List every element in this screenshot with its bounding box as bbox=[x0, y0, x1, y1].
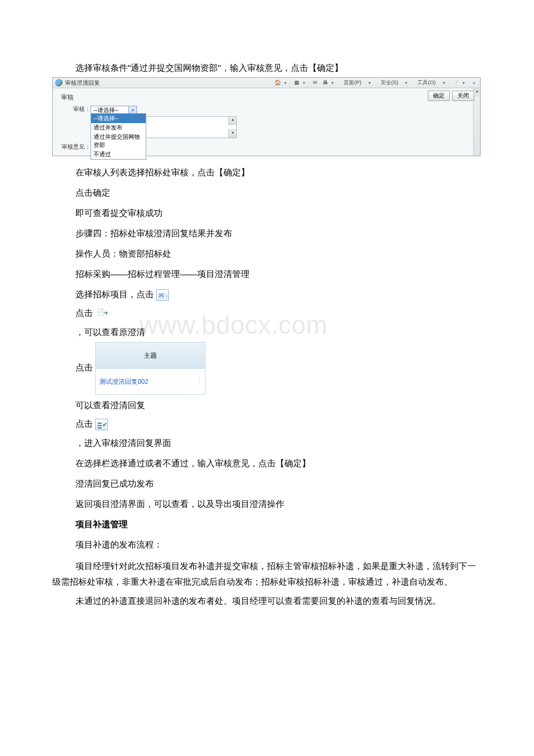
paragraph: 在选择栏选择通过或者不通过，输入审核意见，点击【确定】 bbox=[75, 453, 482, 473]
paragraph: ，进入审核澄清回复界面 bbox=[75, 433, 482, 453]
paragraph: 点击 bbox=[75, 304, 482, 322]
confirm-button[interactable]: 确定 bbox=[428, 91, 450, 101]
form-check-icon[interactable] bbox=[95, 419, 108, 430]
feed-icon[interactable]: ▦▾ bbox=[292, 80, 310, 85]
audit-select[interactable]: --请选择-- ▾ --请选择-- 通过并发布 通过并提交国网物资部 不通过 bbox=[91, 104, 137, 115]
tools-menu[interactable]: 工具(O) ▾ bbox=[413, 79, 450, 87]
print-icon[interactable]: 🖶▾ bbox=[320, 80, 338, 85]
paragraph: 未通过的补遗直接退回补遗的发布者处。项目经理可以查看需要回复的补遗的查看与回复情… bbox=[52, 593, 482, 609]
safety-menu[interactable]: 安全(S) ▾ bbox=[376, 79, 413, 87]
paragraph: 点击 bbox=[75, 415, 482, 433]
scroll-up-icon[interactable]: ▴ bbox=[228, 117, 236, 125]
section-title: 审核 bbox=[61, 93, 473, 102]
option-pass-submit[interactable]: 通过并提交国网物资部 bbox=[91, 132, 146, 150]
paragraph: 可以查看澄清回复 bbox=[75, 395, 482, 415]
option-reject[interactable]: 不通过 bbox=[91, 150, 146, 159]
option-pass-publish[interactable]: 通过并发布 bbox=[91, 123, 146, 132]
dialog-body: 审核 确定 关闭 审核： --请选择-- ▾ - bbox=[53, 88, 480, 156]
audit-label: 审核： bbox=[59, 104, 91, 113]
envelope-down-icon[interactable] bbox=[156, 289, 169, 301]
subject-header: 主题 bbox=[96, 343, 205, 369]
paragraph: 步骤四：招标处审核澄清回复结果并发布 bbox=[75, 223, 482, 243]
dialog-titlebar: 审核澄清回复 🏠▾ ▦▾ ✉ 🖶▾ 页面(P) ▾ 安全(S) ▾ 工具(O) … bbox=[53, 78, 480, 88]
paragraph: 返回项目澄清界面，可以查看，以及导出项目澄清操作 bbox=[75, 494, 482, 514]
paragraph: 即可查看提交审核成功 bbox=[75, 203, 482, 223]
audit-dialog-screenshot: 审核澄清回复 🏠▾ ▦▾ ✉ 🖶▾ 页面(P) ▾ 安全(S) ▾ 工具(O) … bbox=[52, 77, 481, 156]
intro-paragraph: 选择审核条件"通过并提交国网物资部"，输入审核意见，点击【确定】 bbox=[75, 61, 482, 75]
paragraph: ，可以查看原澄清 www.bdocx.com bbox=[75, 322, 482, 342]
paragraph: 选择招标项目，点击 bbox=[75, 284, 482, 304]
paragraph: 点击 主题 测试澄清回复002 bbox=[75, 342, 482, 395]
paragraph: 点击确定 bbox=[75, 182, 482, 203]
subject-link[interactable]: 测试澄清回复002 bbox=[99, 370, 148, 393]
paragraph: 在审核人列表选择招标处审核，点击【确定】 bbox=[75, 162, 482, 182]
col-divider bbox=[199, 377, 201, 386]
paragraph: 项目经理针对此次招标项目发布补遗并提交审核，招标主管审核招标补遗，如果是重大补遗… bbox=[52, 558, 482, 589]
ie-icon bbox=[55, 79, 63, 87]
dialog-title: 审核澄清回复 bbox=[65, 79, 100, 87]
page-scroll-up-icon[interactable]: ▴ bbox=[474, 88, 480, 96]
paragraph: 招标采购——招标过程管理——项目澄清管理 bbox=[75, 264, 482, 284]
select-options[interactable]: --请选择-- 通过并发布 通过并提交国网物资部 不通过 bbox=[91, 113, 146, 160]
expand-icon[interactable]: » bbox=[470, 80, 478, 86]
ie-command-bar: 🏠▾ ▦▾ ✉ 🖶▾ 页面(P) ▾ 安全(S) ▾ 工具(O) ▾ ❔▾ » bbox=[272, 79, 478, 87]
section-heading: 项目补遗管理 bbox=[75, 514, 482, 534]
paragraph: 澄清回复已成功发布 bbox=[75, 473, 482, 494]
mail-icon[interactable]: ✉ bbox=[311, 80, 320, 85]
paragraph: 项目补遗的发布流程： bbox=[75, 534, 482, 555]
paragraph: 操作人员：物资部招标处 bbox=[75, 243, 482, 264]
subject-table: 主题 测试澄清回复002 bbox=[95, 342, 205, 395]
opinion-label: 审核意见： bbox=[59, 142, 91, 151]
scroll-down-icon[interactable]: ▾ bbox=[228, 129, 236, 138]
doc-arrow-icon[interactable] bbox=[95, 308, 108, 319]
option-placeholder[interactable]: --请选择-- bbox=[91, 114, 146, 123]
home-icon[interactable]: 🏠▾ bbox=[272, 80, 291, 85]
page-menu[interactable]: 页面(P) ▾ bbox=[339, 79, 376, 87]
close-button[interactable]: 关闭 bbox=[452, 91, 474, 101]
help-icon[interactable]: ❔▾ bbox=[450, 80, 470, 85]
